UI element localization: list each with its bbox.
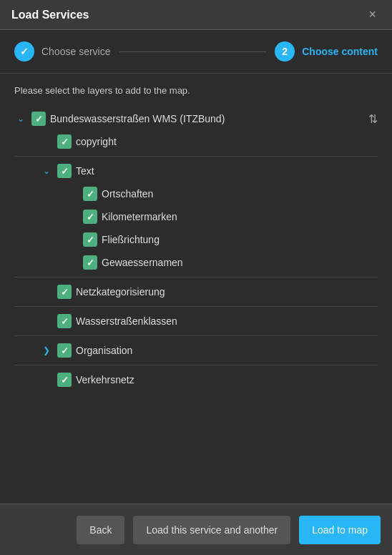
tree-item-organisation: ❯Organisation <box>14 339 378 362</box>
chevron-down-icon[interactable]: ⌄ <box>14 112 27 125</box>
checkbox-kilometermarken[interactable] <box>83 210 97 224</box>
checkbox-copyright[interactable] <box>57 134 72 149</box>
sort-icon[interactable]: ⇅ <box>368 112 378 126</box>
dialog-title: Load Services <box>11 9 89 21</box>
title-bar: Load Services × <box>0 0 392 30</box>
item-label-organisation: Organisation <box>76 345 132 356</box>
separator <box>14 156 378 157</box>
item-label-fliessrichtung: Fließrichtung <box>102 234 160 245</box>
tree-item-kilometermarken: Kilometermarken <box>14 205 378 228</box>
tree-item-gewaessernamen: Gewaessernamen <box>14 251 378 274</box>
tree-item-ortschaften: Ortschaften <box>14 182 378 205</box>
step-1: ✓ Choose service <box>14 41 111 62</box>
instruction-text: Please select the layers to add to the m… <box>14 85 378 96</box>
content-area: Please select the layers to add to the m… <box>0 74 392 503</box>
item-label-ortschaften: Ortschaften <box>102 188 153 200</box>
step-2-label: Choose content <box>302 46 378 57</box>
checkbox-gewaessernamen[interactable] <box>83 255 97 270</box>
close-button[interactable]: × <box>364 4 381 25</box>
checkbox-fliessrichtung[interactable] <box>83 232 97 247</box>
footer: Back Load this service and another Load … <box>0 504 392 555</box>
tree-item-verkehrsnetz: Verkehrsnetz <box>14 368 378 391</box>
separator <box>14 277 378 278</box>
checkbox-wasserklassen[interactable] <box>57 314 72 328</box>
layer-tree: ⌄Bundeswasserstraßen WMS (ITZBund)⇅copyr… <box>14 107 378 391</box>
tree-item-root: ⌄Bundeswasserstraßen WMS (ITZBund)⇅ <box>14 107 378 130</box>
step-2-circle: 2 <box>275 41 295 62</box>
separator <box>14 306 378 307</box>
load-another-button[interactable]: Load this service and another <box>133 516 290 544</box>
checkbox-netzkategorisierung[interactable] <box>57 285 72 299</box>
checkbox-ortschaften[interactable] <box>83 187 97 201</box>
tree-item-text: ⌄Text <box>14 159 378 182</box>
item-label-gewaessernamen: Gewaessernamen <box>102 257 183 268</box>
tree-item-netzkategorisierung: Netzkategorisierung <box>14 280 378 303</box>
tree-item-wasserklassen: Wasserstraßenklassen <box>14 310 378 333</box>
item-label-copyright: copyright <box>76 136 117 147</box>
step-bar: ✓ Choose service 2 Choose content <box>0 30 392 74</box>
step-2: 2 Choose content <box>275 41 378 62</box>
tree-item-copyright: copyright <box>14 130 378 153</box>
item-label-text: Text <box>76 165 94 177</box>
tree-item-fliessrichtung: Fließrichtung <box>14 228 378 251</box>
chevron-right-icon[interactable]: ❯ <box>40 344 53 357</box>
item-label-verkehrsnetz: Verkehrsnetz <box>76 374 134 385</box>
item-label-root: Bundeswasserstraßen WMS (ITZBund) <box>50 113 225 124</box>
step-divider <box>119 51 267 52</box>
separator <box>14 335 378 336</box>
checkbox-organisation[interactable] <box>57 343 72 358</box>
item-label-netzkategorisierung: Netzkategorisierung <box>76 286 165 298</box>
item-label-kilometermarken: Kilometermarken <box>102 211 177 222</box>
chevron-down-icon[interactable]: ⌄ <box>40 164 53 177</box>
checkbox-root[interactable] <box>31 112 46 126</box>
separator <box>14 365 378 365</box>
load-to-map-button[interactable]: Load to map <box>299 516 381 544</box>
item-label-wasserklassen: Wasserstraßenklassen <box>76 315 177 327</box>
step-1-label: Choose service <box>41 46 111 57</box>
checkbox-verkehrsnetz[interactable] <box>57 373 72 387</box>
step-1-circle: ✓ <box>14 41 34 62</box>
checkbox-text[interactable] <box>57 164 72 178</box>
back-button[interactable]: Back <box>77 516 124 544</box>
